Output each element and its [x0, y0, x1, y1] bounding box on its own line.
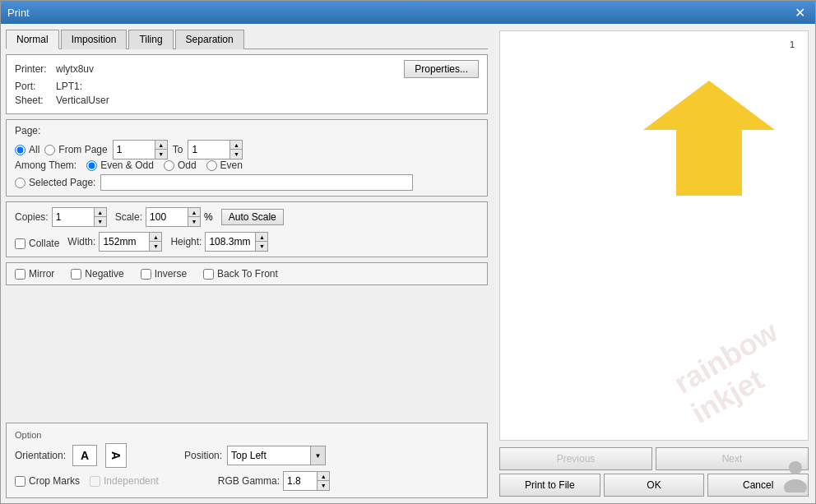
- from-page-input[interactable]: [114, 141, 155, 159]
- dialog-body: Normal Imposition Tiling Separation Prin…: [1, 24, 815, 503]
- copies-spinbox: ▲ ▼: [52, 207, 107, 227]
- negative-checkbox[interactable]: [71, 269, 81, 280]
- scale-down-btn[interactable]: ▼: [188, 217, 200, 226]
- option-section-title: Option: [15, 430, 479, 440]
- tab-normal[interactable]: Normal: [6, 30, 59, 49]
- scale-up-btn[interactable]: ▲: [188, 208, 200, 217]
- crop-row: Crop Marks Independent RGB Gamma: ▲ ▼: [15, 471, 479, 491]
- odd-radio-group: Odd: [164, 160, 197, 171]
- option-section: Option Orientation: A A Position: Top Le…: [6, 423, 488, 498]
- even-radio-group: Even: [206, 160, 243, 171]
- width-down-btn[interactable]: ▼: [150, 242, 161, 251]
- height-label: Height:: [170, 236, 202, 247]
- scale-group: Scale: ▲ ▼ %: [115, 207, 213, 227]
- sheet-label: Sheet:: [15, 95, 56, 106]
- print-to-file-button[interactable]: Print to File: [499, 474, 600, 497]
- position-select-wrapper: Top Left Top Center Top Right Center Lef…: [227, 446, 326, 465]
- page-number: 1: [790, 39, 795, 49]
- printer-label: Printer:: [15, 63, 56, 75]
- from-page-spinbox-buttons: ▲ ▼: [155, 141, 167, 159]
- independent-checkbox[interactable]: [90, 476, 100, 487]
- rgb-gamma-spinbox: ▲ ▼: [283, 471, 330, 491]
- copies-input[interactable]: [53, 208, 94, 226]
- height-input[interactable]: [206, 233, 255, 251]
- sheet-row: Sheet: VerticalUser: [15, 95, 479, 106]
- rgb-gamma-input[interactable]: [284, 472, 317, 490]
- crop-marks-checkbox[interactable]: [15, 476, 26, 487]
- mirror-label: Mirror: [29, 268, 54, 280]
- rgb-gamma-down-btn[interactable]: ▼: [318, 481, 329, 490]
- mirror-checkbox[interactable]: [15, 269, 26, 280]
- independent-label: Independent: [104, 475, 159, 487]
- negative-group: Negative: [71, 268, 123, 280]
- rgb-gamma-group: RGB Gamma: ▲ ▼: [218, 471, 330, 491]
- inverse-group: Inverse: [141, 268, 187, 280]
- landscape-button[interactable]: A: [105, 443, 127, 468]
- port-row: Port: LPT1:: [15, 81, 479, 92]
- selected-page-label: Selected Page:: [29, 177, 95, 188]
- tab-tiling[interactable]: Tiling: [128, 30, 173, 49]
- portrait-button[interactable]: A: [72, 445, 97, 466]
- copies-up-btn[interactable]: ▲: [95, 208, 106, 217]
- close-button[interactable]: ✕: [790, 3, 809, 21]
- height-down-btn[interactable]: ▼: [256, 242, 267, 251]
- right-panel: 1 rainbowinkjet Previous Next: [493, 24, 815, 503]
- odd-radio[interactable]: [164, 160, 174, 171]
- copies-down-btn[interactable]: ▼: [95, 217, 106, 226]
- inverse-checkbox[interactable]: [141, 269, 151, 280]
- scale-input[interactable]: [146, 208, 188, 226]
- to-page-input[interactable]: [188, 141, 230, 159]
- page-section: Page: All From Page ▲ ▼: [6, 119, 488, 197]
- all-radio[interactable]: [15, 145, 26, 155]
- port-value: LPT1:: [56, 81, 82, 92]
- back-to-front-checkbox[interactable]: [203, 269, 214, 280]
- selected-page-input[interactable]: [100, 174, 413, 191]
- width-label: Width:: [67, 236, 95, 247]
- height-up-btn[interactable]: ▲: [256, 233, 267, 242]
- even-odd-label: Even & Odd: [100, 160, 154, 171]
- mirror-group: Mirror: [15, 268, 54, 280]
- auto-scale-button[interactable]: Auto Scale: [221, 209, 284, 225]
- even-radio[interactable]: [206, 160, 217, 171]
- from-page-label: From Page: [58, 144, 107, 155]
- from-page-radio[interactable]: [44, 145, 55, 155]
- orientation-row: Orientation: A A Position: Top Left Top …: [15, 445, 479, 466]
- from-page-up-btn[interactable]: ▲: [155, 141, 167, 150]
- height-spinbox-buttons: ▲ ▼: [255, 233, 267, 251]
- ok-button[interactable]: OK: [604, 474, 705, 497]
- independent-group: Independent: [90, 475, 159, 487]
- odd-label: Odd: [178, 160, 197, 171]
- to-page-spinbox-buttons: ▲ ▼: [230, 141, 242, 159]
- position-select[interactable]: Top Left Top Center Top Right Center Lef…: [228, 448, 310, 463]
- nav-buttons: Previous Next: [499, 447, 809, 470]
- width-input[interactable]: [100, 233, 149, 251]
- width-up-btn[interactable]: ▲: [150, 233, 161, 242]
- collate-checkbox[interactable]: [15, 238, 26, 249]
- even-odd-radio-group: Even & Odd: [86, 160, 154, 171]
- dialog-title: Print: [7, 7, 30, 19]
- scale-spinbox-buttons: ▲ ▼: [188, 208, 200, 226]
- from-page-down-btn[interactable]: ▼: [155, 150, 167, 159]
- crop-marks-group: Crop Marks: [15, 475, 80, 487]
- collate-group: Collate: [15, 238, 59, 249]
- inverse-label: Inverse: [155, 268, 187, 280]
- to-page-down-btn[interactable]: ▼: [230, 150, 242, 159]
- previous-button[interactable]: Previous: [499, 447, 652, 470]
- from-page-spinbox: ▲ ▼: [113, 140, 168, 160]
- selected-page-radio[interactable]: [15, 178, 26, 188]
- width-spinbox: ▲ ▼: [99, 232, 162, 252]
- even-odd-radio[interactable]: [86, 160, 97, 171]
- to-page-up-btn[interactable]: ▲: [230, 141, 242, 150]
- bottom-buttons: Print to File OK Cancel: [499, 474, 809, 497]
- rgb-gamma-up-btn[interactable]: ▲: [318, 472, 329, 481]
- rgb-gamma-spinbox-buttons: ▲ ▼: [317, 472, 329, 490]
- tab-imposition[interactable]: Imposition: [61, 30, 128, 49]
- tab-separation[interactable]: Separation: [175, 30, 244, 49]
- rgb-gamma-label: RGB Gamma:: [218, 475, 280, 487]
- options-row: Mirror Negative Inverse Back To Front: [15, 268, 479, 280]
- from-page-radio-group: From Page: [44, 144, 107, 155]
- position-group: Position: Top Left Top Center Top Right …: [184, 446, 326, 465]
- even-label: Even: [220, 160, 243, 171]
- svg-point-1: [789, 461, 802, 474]
- properties-button[interactable]: Properties...: [404, 60, 479, 78]
